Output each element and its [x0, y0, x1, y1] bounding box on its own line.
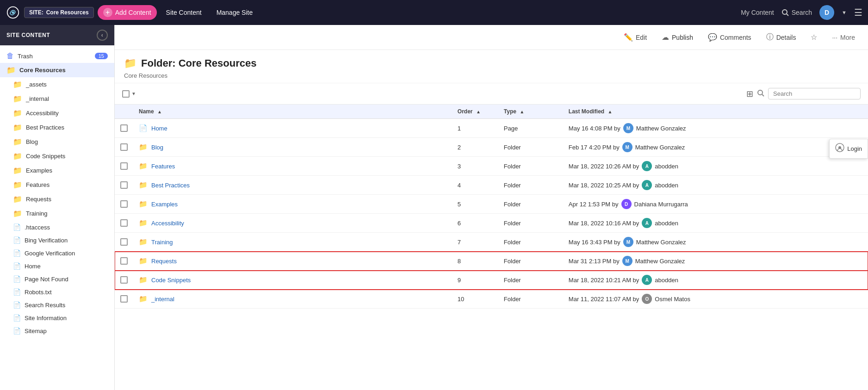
- row-name-link[interactable]: 📁Training: [139, 238, 446, 246]
- col-order-header[interactable]: Order ▲: [452, 105, 498, 119]
- row-checkbox[interactable]: [120, 238, 128, 246]
- row-checkbox[interactable]: [120, 124, 128, 132]
- sidebar-item-examples[interactable]: 📁 Examples: [0, 163, 114, 178]
- select-all-checkbox[interactable]: [122, 90, 130, 98]
- sidebar-item-trash[interactable]: 🗑 Trash 15: [0, 49, 114, 63]
- sidebar-item-htaccess[interactable]: 📄 .htaccess: [0, 221, 114, 234]
- sidebar-item-features[interactable]: 📁 Features: [0, 178, 114, 192]
- row-name-link[interactable]: 📁Accessibility: [139, 219, 446, 227]
- sidebar-item-page-not-found[interactable]: 📄 Page Not Found: [0, 272, 114, 285]
- modified-text: Mar 18, 2022 10:26 AM by: [569, 163, 639, 170]
- row-modified: May 16 3:43 PM by MMatthew Gonzalez: [563, 233, 868, 252]
- sidebar-item-internal[interactable]: 📁 _internal: [0, 92, 114, 106]
- logo-icon[interactable]: [6, 5, 20, 20]
- user-avatar-small: A: [642, 180, 652, 190]
- trash-icon: 🗑: [6, 52, 14, 60]
- row-name-text: Best Practices: [151, 182, 190, 189]
- row-name-text: Home: [151, 125, 167, 132]
- row-checkbox[interactable]: [120, 219, 128, 227]
- row-name-link[interactable]: 📁_internal: [139, 295, 446, 303]
- page-icon: 📄: [13, 301, 21, 309]
- user-avatar[interactable]: D: [819, 5, 834, 20]
- row-name-text: Requests: [151, 258, 177, 265]
- edit-button[interactable]: ✏️ Edit: [620, 31, 651, 43]
- row-name-link[interactable]: 📁Features: [139, 162, 446, 170]
- row-name-link[interactable]: 📁Best Practices: [139, 181, 446, 189]
- row-checkbox[interactable]: [120, 276, 128, 284]
- view-controls: ⊞: [746, 88, 861, 99]
- details-button[interactable]: ⓘ Details: [763, 31, 800, 44]
- user-dropdown-arrow[interactable]: ▼: [842, 10, 847, 15]
- select-all-dropdown[interactable]: ▼: [122, 90, 136, 98]
- more-button[interactable]: ··· More: [828, 32, 859, 43]
- sidebar-item-code-snippets[interactable]: 📁 Code Snippets: [0, 149, 114, 163]
- sidebar-item-home[interactable]: 📄 Home: [0, 260, 114, 272]
- sidebar-item-blog[interactable]: 📁 Blog: [0, 135, 114, 149]
- modified-text: Mar 31 2:13 PM by: [569, 258, 620, 265]
- sidebar-item-search-results[interactable]: 📄 Search Results: [0, 298, 114, 311]
- hamburger-menu-icon[interactable]: ☰: [854, 7, 862, 18]
- folder-icon: 📁: [13, 152, 22, 161]
- search-table-icon[interactable]: [757, 89, 764, 98]
- page-title: 📁 Folder: Core Resources: [124, 57, 859, 69]
- row-name-text: Features: [151, 163, 175, 170]
- modified-text: Mar 18, 2022 10:21 AM by: [569, 277, 639, 284]
- page-icon: 📄: [13, 275, 21, 283]
- page-icon: 📄: [13, 223, 21, 231]
- col-type-header[interactable]: Type ▲: [498, 105, 563, 119]
- main-content: ✏️ Edit ☁ Publish 💬 Comments ⓘ Details ☆…: [115, 25, 868, 390]
- sidebar-item-bing-verification[interactable]: 📄 Bing Verification: [0, 234, 114, 247]
- col-name-header[interactable]: Name ▲: [133, 105, 452, 119]
- folder-icon: 📁: [13, 195, 22, 204]
- row-name-text: Code Snippets: [151, 277, 191, 284]
- sidebar-item-assets[interactable]: 📁 _assets: [0, 77, 114, 92]
- row-name-link[interactable]: 📁Code Snippets: [139, 276, 446, 284]
- search-nav-button[interactable]: Search: [781, 9, 812, 16]
- dropdown-caret-icon[interactable]: ▼: [131, 91, 136, 96]
- sidebar-item-requests[interactable]: 📁 Requests: [0, 192, 114, 206]
- row-checkbox[interactable]: [120, 143, 128, 151]
- favorite-button[interactable]: ☆: [807, 31, 821, 43]
- sidebar-item-site-information[interactable]: 📄 Site Information: [0, 311, 114, 324]
- add-content-button[interactable]: + Add Content: [98, 5, 157, 20]
- grid-view-icon[interactable]: ⊞: [746, 89, 753, 99]
- row-order: 7: [452, 233, 498, 252]
- row-checkbox[interactable]: [120, 181, 128, 189]
- sidebar-item-sitemap[interactable]: 📄 Sitemap: [0, 324, 114, 337]
- page-icon: 📄: [13, 314, 21, 322]
- main-layout: SITE CONTENT ‹ 🗑 Trash 15 📁 Core Resourc…: [0, 25, 868, 390]
- row-checkbox[interactable]: [120, 257, 128, 265]
- table-search-input[interactable]: [768, 88, 861, 99]
- sidebar-item-google-verification[interactable]: 📄 Google Verification: [0, 247, 114, 260]
- row-checkbox[interactable]: [120, 295, 128, 303]
- row-checkbox[interactable]: [120, 162, 128, 170]
- comments-button[interactable]: 💬 Comments: [704, 31, 755, 43]
- row-name-link[interactable]: 📁Examples: [139, 200, 446, 208]
- folder-icon: 📁: [139, 238, 148, 246]
- sidebar-item-robots-txt[interactable]: 📄 Robots.txt: [0, 285, 114, 298]
- folder-icon: 📁: [13, 123, 22, 132]
- table-row: 📁Accessibility6FolderMar 18, 2022 10:16 …: [115, 214, 868, 233]
- row-name-link[interactable]: 📁Requests: [139, 257, 446, 265]
- row-name-link[interactable]: 📄Home: [139, 124, 446, 132]
- col-modified-header[interactable]: Last Modified ▲: [563, 105, 868, 119]
- user-name: Matthew Gonzalez: [636, 239, 686, 246]
- sidebar-item-core-resources[interactable]: 📁 Core Resources: [0, 63, 114, 77]
- site-content-button[interactable]: Site Content: [161, 6, 207, 19]
- row-modified: Mar 31 2:13 PM by MMatthew Gonzalez: [563, 252, 868, 271]
- sidebar-item-accessibility[interactable]: 📁 Accessibility: [0, 106, 114, 120]
- row-type: Folder: [498, 252, 563, 271]
- sidebar-item-best-practices[interactable]: 📁 Best Practices: [0, 120, 114, 135]
- row-name-link[interactable]: 📁Blog: [139, 143, 446, 151]
- manage-site-button[interactable]: Manage Site: [211, 6, 259, 19]
- row-checkbox[interactable]: [120, 200, 128, 208]
- row-name-text: Accessibility: [151, 220, 184, 227]
- publish-button[interactable]: ☁ Publish: [658, 31, 697, 43]
- folder-icon: 📁: [13, 109, 22, 118]
- modified-text: Mar 18, 2022 10:16 AM by: [569, 220, 639, 227]
- sidebar-collapse-button[interactable]: ‹: [97, 30, 108, 41]
- sidebar-item-training[interactable]: 📁 Training: [0, 206, 114, 221]
- login-tooltip[interactable]: Login: [829, 139, 868, 159]
- my-content-button[interactable]: My Content: [741, 9, 774, 16]
- table-header-row: Name ▲ Order ▲ Type ▲ Last Modified: [115, 105, 868, 119]
